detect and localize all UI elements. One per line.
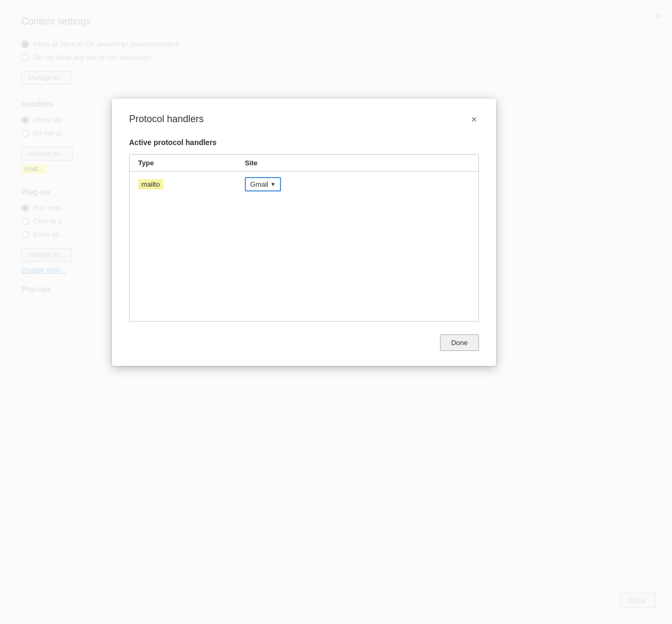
col-type-header: Type [138, 159, 245, 167]
site-cell: Gmail ▼ [245, 177, 470, 191]
table-body: mailto Gmail ▼ [130, 172, 478, 321]
table-row: mailto Gmail ▼ [130, 172, 478, 197]
protocol-handlers-dialog: Protocol handlers × Active protocol hand… [112, 99, 496, 366]
modal-footer: Done [129, 334, 479, 351]
gmail-select-label: Gmail [250, 180, 268, 188]
dropdown-arrow-icon: ▼ [270, 181, 276, 187]
col-site-header: Site [245, 159, 470, 167]
modal-close-button[interactable]: × [469, 114, 479, 125]
mailto-type-badge: mailto [138, 179, 163, 189]
handlers-table: Type Site mailto Gmail ▼ [129, 154, 479, 322]
active-handlers-title: Active protocol handlers [129, 138, 479, 147]
modal-done-button[interactable]: Done [440, 334, 479, 351]
gmail-site-select[interactable]: Gmail ▼ [245, 177, 281, 191]
table-header: Type Site [130, 155, 478, 172]
modal-title: Protocol handlers [129, 114, 204, 125]
type-cell: mailto [138, 180, 245, 188]
modal-header: Protocol handlers × [129, 114, 479, 125]
